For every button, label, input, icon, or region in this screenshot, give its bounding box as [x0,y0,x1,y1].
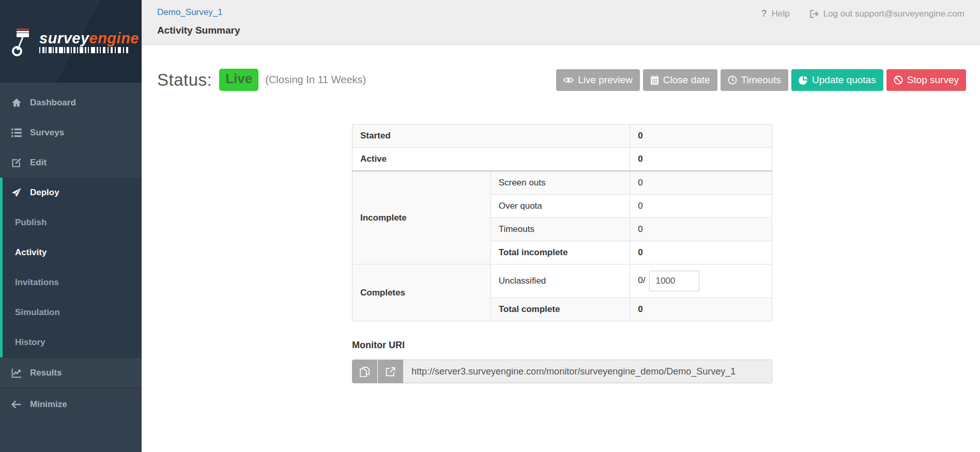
total-complete-value: 0 [630,298,772,321]
edit-icon [10,158,23,168]
timeouts-button[interactable]: Timeouts [721,69,788,91]
unclassified-label: Unclassified [491,264,630,298]
table-row-screen-outs: Incomplete Screen outs 0 [353,171,772,195]
sidebar-item-label: Simulation [15,307,60,318]
open-url-button[interactable] [378,360,403,383]
close-date-button[interactable]: Close date [643,69,717,91]
table-row-active: Active 0 [353,148,772,172]
sidebar-item-label: History [15,337,45,348]
started-label: Started [353,124,630,148]
stop-survey-button[interactable]: Stop survey [886,69,966,91]
monitor-uri-section: Monitor URI http://server3.su [352,340,772,383]
help-label: Help [772,9,790,19]
quota-input[interactable] [649,271,699,291]
arrow-left-icon [10,400,23,409]
sidebar-item-results[interactable]: Results [0,357,142,388]
main-content: Status: Live (Closing In 11 Weeks) Live … [142,0,980,383]
monitor-url-value[interactable]: http://server3.surveyengine.com/monitor/… [403,360,772,383]
sidebar-deploy-section: Deploy Publish Activity Invitations Simu… [0,178,142,357]
list-icon [10,128,23,137]
total-complete-label: Total complete [491,298,630,321]
home-icon [10,98,23,108]
pie-chart-icon [799,75,808,85]
sidebar-item-label: Minimize [30,399,67,410]
logo-wordmark: surveyengine [39,30,139,46]
sign-out-icon [809,9,819,19]
topbar: Demo_Survey_1 Activity Summary ? Help Lo… [142,0,980,45]
survey-toolbar: Live preview Close date [556,69,966,91]
breadcrumb[interactable]: Demo_Survey_1 [157,7,223,18]
table-row-started: Started 0 [353,124,772,148]
help-link[interactable]: ? Help [761,8,790,19]
sidebar-item-invitations[interactable]: Invitations [3,268,142,298]
monitor-uri-bar: http://server3.surveyengine.com/monitor/… [352,360,772,383]
total-incomplete-label: Total incomplete [491,241,630,264]
sidebar-item-label: Results [30,367,62,379]
sidebar-item-label: Surveys [30,127,64,138]
unclassified-value-cell: 0/ [630,264,772,298]
external-link-icon [386,367,395,377]
sidebar-item-label: Deploy [30,187,59,198]
eye-icon [563,76,574,84]
activity-summary-table: Started 0 Active 0 Incomplete Screen out… [352,124,772,321]
completes-group-label: Completes [353,264,491,321]
sidebar-item-label: Activity [15,247,47,258]
status-note: (Closing In 11 Weeks) [265,74,366,86]
sidebar-item-surveys[interactable]: Surveys [0,118,142,148]
status-badge: Live [219,69,258,91]
over-quota-value: 0 [630,195,772,218]
ban-icon [894,75,903,85]
sidebar-item-label: Edit [30,157,47,168]
status-label: Status: [157,70,212,90]
screen-outs-value: 0 [630,171,772,195]
timeouts-value: 0 [630,218,772,241]
logout-link[interactable]: Log out support@surveyengine.com [809,8,964,19]
status-row: Status: Live (Closing In 11 Weeks) Live … [157,69,966,91]
page-title: Activity Summary [157,25,240,36]
sidebar-item-simulation[interactable]: Simulation [3,298,142,328]
sidebar-item-label: Invitations [15,277,59,288]
barcode-graphic [39,47,139,53]
clock-icon [728,75,737,85]
active-label: Active [353,148,630,172]
paper-plane-icon [10,188,23,198]
sidebar-item-edit[interactable]: Edit [0,148,142,178]
sidebar-item-activity[interactable]: Activity [3,238,142,268]
total-incomplete-value: 0 [630,241,772,264]
app-logo[interactable]: surveyengine [0,0,142,83]
table-row-unclassified: Completes Unclassified 0/ [353,264,772,298]
logout-label: Log out support@surveyengine.com [823,9,964,19]
copy-icon [360,366,370,377]
active-value: 0 [630,148,772,172]
piston-logo-icon [11,24,34,58]
chart-line-icon [10,368,23,378]
unclassified-count: 0/ [638,275,645,285]
started-value: 0 [630,124,772,148]
calendar-icon [650,75,659,85]
sidebar: surveyengine [0,0,142,452]
sidebar-item-publish[interactable]: Publish [3,208,142,238]
sidebar-item-history[interactable]: History [3,328,142,357]
sidebar-item-dashboard[interactable]: Dashboard [0,88,142,118]
timeouts-label: Timeouts [491,218,630,241]
sidebar-item-label: Dashboard [30,97,76,108]
incomplete-group-label: Incomplete [353,171,491,264]
over-quota-label: Over quota [491,195,630,218]
sidebar-nav: Dashboard Surveys Edit [0,83,142,419]
screen-outs-label: Screen outs [491,171,630,195]
sidebar-item-minimize[interactable]: Minimize [0,389,142,419]
update-quotas-button[interactable]: Update quotas [791,69,883,91]
live-preview-button[interactable]: Live preview [556,69,640,91]
sidebar-item-label: Publish [15,217,47,228]
monitor-uri-label: Monitor URI [352,340,772,351]
sidebar-item-deploy[interactable]: Deploy [3,178,142,208]
question-icon: ? [761,8,767,19]
copy-url-button[interactable] [352,360,377,383]
